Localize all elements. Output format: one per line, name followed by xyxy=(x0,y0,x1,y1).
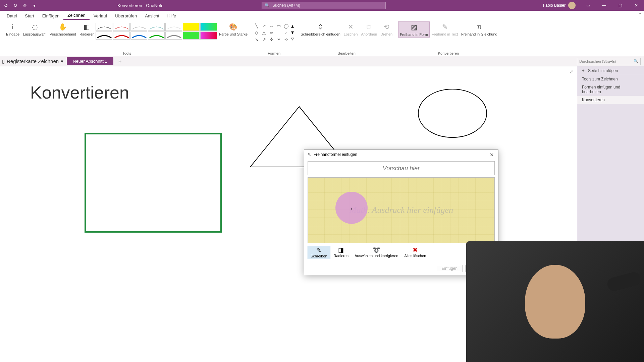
pen-red-thin[interactable] xyxy=(113,23,130,31)
undo-icon[interactable]: ↻ xyxy=(12,2,19,9)
tab-verlauf[interactable]: Verlauf xyxy=(90,12,111,20)
rotate-icon: ⟲ xyxy=(382,22,391,32)
svg-point-0 xyxy=(418,89,487,137)
hand-icon: ✋ xyxy=(58,22,68,32)
pen-gallery[interactable] xyxy=(96,21,217,40)
dialog-titlebar[interactable]: ✎ Freihandformel einfügen ✕ xyxy=(304,150,498,159)
notebook-picker[interactable]: ▯ Registerkarte Zeichnen ▾ xyxy=(2,58,63,64)
page-list-item[interactable]: Tools zum Zeichnen xyxy=(577,75,644,83)
pen-red-thick[interactable] xyxy=(113,32,130,40)
user-name: Fabio Basler xyxy=(543,3,566,8)
shape-axes-4[interactable]: ⊹ xyxy=(283,36,289,42)
section-tab[interactable]: Neuer Abschnitt 1 xyxy=(67,57,113,65)
chevron-down-icon[interactable]: ▾ xyxy=(291,29,294,36)
highlighter-yellow[interactable] xyxy=(183,23,200,31)
shape-axes-x[interactable]: ↘ xyxy=(253,36,260,42)
shape-gallery[interactable]: ╲ ↗ ↔ ▭ ◯ ◇ △ ▱ ⊥ ⟀ ↘ ↗ ✛ ✶ ⊹ xyxy=(253,21,289,42)
highlighter-green[interactable] xyxy=(183,32,200,40)
shape-axes-xy[interactable]: ↗ xyxy=(261,36,267,42)
fullscreen-icon[interactable]: ⤢ xyxy=(570,69,574,74)
minimize-button[interactable]: — xyxy=(596,0,612,11)
page-title[interactable]: Konvertieren xyxy=(30,82,129,103)
insert-space-button[interactable]: ⇕Schreibbereich einfügen xyxy=(299,21,342,37)
select-correct-tool[interactable]: ➰Auswählen und korrigieren xyxy=(352,246,401,259)
shape-gallery-scroll[interactable]: ▴▾▿ xyxy=(290,21,295,42)
tab-datei[interactable]: Datei xyxy=(3,12,21,20)
search-icon: 🔍 xyxy=(265,3,270,8)
dialog-close-button[interactable]: ✕ xyxy=(488,151,496,159)
title-bar: ↺ ↻ ☺ ▾ Konvertieren - OneNote 🔍 Suchen … xyxy=(0,0,644,11)
shape-rect[interactable]: ▭ xyxy=(275,23,282,29)
highlighter-magenta[interactable] xyxy=(200,32,217,40)
shape-double-arrow[interactable]: ↔ xyxy=(268,23,275,29)
shape-arrow[interactable]: ↗ xyxy=(261,23,267,29)
more-shapes-icon[interactable]: ▿ xyxy=(291,36,294,42)
notebook-title: Registerkarte Zeichnen xyxy=(7,58,59,64)
shape-ellipse[interactable]: ◯ xyxy=(283,23,289,29)
touch-mode-icon[interactable]: ☺ xyxy=(21,2,28,9)
shape-axes3d[interactable]: ⟀ xyxy=(283,29,289,36)
page-list-item[interactable]: Formen einfügen und bearbeiten xyxy=(577,83,644,96)
tab-hilfe[interactable]: Hilfe xyxy=(163,12,180,20)
clear-all-tool[interactable]: ✖Alles löschen xyxy=(401,246,429,259)
chevron-up-icon[interactable]: ▴ xyxy=(291,23,294,29)
eingabe-button[interactable]: ᎥEingabe xyxy=(5,21,21,37)
color-thickness-button[interactable]: 🎨Farbe und Stärke xyxy=(218,21,249,37)
tab-zeichnen[interactable]: Zeichnen xyxy=(63,11,89,20)
pen-lightgray-thin[interactable] xyxy=(165,23,182,31)
ellipse-shape[interactable] xyxy=(417,88,488,138)
search-box[interactable]: 🔍 Suchen (Alt+M) xyxy=(262,2,386,9)
notebook-search[interactable]: Durchsuchen (Strg+E) 🔍 xyxy=(577,58,641,65)
pen-gray-thick[interactable] xyxy=(165,32,182,40)
shape-axes-3[interactable]: ✶ xyxy=(275,36,282,42)
pen-green-thick[interactable] xyxy=(148,32,165,40)
user-account[interactable]: Fabio Basler xyxy=(543,2,580,9)
title-underline xyxy=(23,108,211,108)
green-rectangle-shape[interactable] xyxy=(85,133,222,233)
shape-parallelogram[interactable]: ▱ xyxy=(268,29,275,36)
pen-gray-thin[interactable] xyxy=(130,23,147,31)
shape-line[interactable]: ╲ xyxy=(253,23,260,29)
pan-button[interactable]: ✋Verschiebehand xyxy=(48,21,77,37)
back-icon[interactable]: ↺ xyxy=(3,2,9,9)
add-section-button[interactable]: + xyxy=(117,58,123,65)
window-title: Konvertieren - OneNote xyxy=(117,3,163,8)
highlighter-cyan[interactable] xyxy=(200,23,217,31)
add-page-button[interactable]: ＋ Seite hinzufügen xyxy=(577,66,644,75)
avatar xyxy=(568,2,576,9)
tab-start[interactable]: Start xyxy=(21,12,38,20)
maximize-button[interactable]: ▢ xyxy=(612,0,628,11)
lasso-button[interactable]: ◌Lassoauswahl xyxy=(21,21,48,37)
eraser-button[interactable]: ◧Radierer xyxy=(78,21,95,37)
ink-shape-icon: ▨ xyxy=(409,22,419,32)
ink-to-shape-button[interactable]: ▨Freihand in Form xyxy=(398,21,430,38)
ink-to-math-button[interactable]: πFreihand in Gleichung xyxy=(460,21,499,37)
close-button[interactable]: ✕ xyxy=(629,0,644,11)
tab-ansicht[interactable]: Ansicht xyxy=(141,12,163,20)
equation-preview: Vorschau hier xyxy=(308,161,495,175)
shape-axes2d[interactable]: ⊥ xyxy=(275,29,282,36)
page-list-item[interactable]: Konvertieren xyxy=(577,96,644,104)
qat-more-icon[interactable]: ▾ xyxy=(31,2,38,9)
erase-tool[interactable]: ◨Radieren xyxy=(331,246,352,259)
shape-triangle[interactable]: △ xyxy=(261,29,267,36)
shape-axes-full[interactable]: ✛ xyxy=(268,36,275,42)
pen-black-thin[interactable] xyxy=(96,23,112,31)
ink-input-area[interactable]: • Math. Ausdruck hier einfügen xyxy=(308,177,495,243)
arrange-button: ⧉Anordnen xyxy=(360,21,378,37)
pen-black-thick[interactable] xyxy=(96,32,112,40)
tab-einfuegen[interactable]: Einfügen xyxy=(38,12,63,20)
search-icon: 🔍 xyxy=(634,59,638,63)
ink-to-text-button: ✎Freihand in Text xyxy=(430,21,459,37)
delete-button: ✕Löschen xyxy=(342,21,359,37)
search-placeholder: Durchsuchen (Strg+E) xyxy=(579,59,634,63)
pen-blue-thick[interactable] xyxy=(130,32,147,40)
collapse-ribbon-icon[interactable]: ⌃ xyxy=(638,12,641,16)
shape-diamond[interactable]: ◇ xyxy=(253,29,260,36)
ribbon-group-edit: ⇕Schreibbereich einfügen ✕Löschen ⧉Anord… xyxy=(297,21,396,56)
write-tool[interactable]: ✎Schreiben xyxy=(308,246,330,259)
pen-teal-thin[interactable] xyxy=(148,23,165,31)
ribbon-display-icon[interactable]: ▭ xyxy=(580,0,596,11)
tab-ueberpruefen[interactable]: Überprüfen xyxy=(111,12,141,20)
group-label-edit: Bearbeiten xyxy=(338,51,356,56)
